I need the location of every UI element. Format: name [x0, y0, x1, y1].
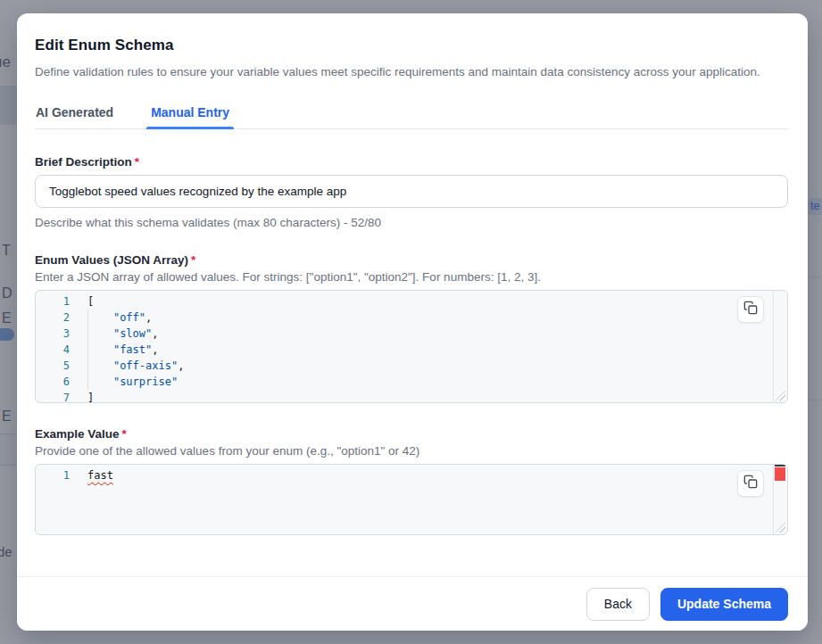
enum-values-code-editor[interactable]: 1[2 "off",3 "slow",4 "fast",5 "off-axis"… [35, 290, 788, 403]
back-button[interactable]: Back [586, 588, 650, 621]
code-text: ] [87, 390, 94, 403]
overview-ruler [773, 465, 774, 534]
copy-icon [743, 301, 758, 318]
enum-values-label-text: Enum Values (JSON Array) [35, 253, 188, 267]
dialog-footer: Back Update Schema [17, 576, 808, 631]
required-asterisk: * [135, 155, 139, 169]
enum-values-label: Enum Values (JSON Array)* [35, 253, 788, 267]
code-line: 4 "fast", [36, 342, 787, 358]
code-text: [ [87, 293, 94, 310]
brief-description-label: Brief Description* [35, 155, 788, 169]
code-area[interactable]: 1[2 "off",3 "slow",4 "fast",5 "off-axis"… [36, 291, 787, 403]
code-text: "surprise" [87, 374, 178, 390]
overview-ruler-cursor-marker [775, 465, 785, 466]
code-line: 2 "off", [36, 310, 787, 326]
example-value-code-editor[interactable]: 1fast [35, 464, 788, 535]
line-number: 4 [36, 342, 87, 358]
dialog-title: Edit Enum Schema [35, 37, 788, 54]
indent-guide [87, 310, 88, 390]
example-value-label: Example Value* [35, 427, 788, 441]
code-text: "off-axis", [87, 358, 184, 374]
code-area[interactable]: 1fast [36, 465, 787, 483]
tab-manual-entry[interactable]: Manual Entry [150, 105, 230, 128]
code-line: 3 "slow", [36, 326, 787, 342]
edit-enum-schema-dialog: Edit Enum Schema Define validation rules… [17, 13, 808, 631]
overview-ruler [773, 291, 774, 402]
code-text: "slow", [87, 326, 159, 342]
code-text: "off", [87, 310, 152, 326]
code-line: 1[ [36, 293, 787, 310]
copy-button[interactable] [737, 470, 764, 497]
code-text: "fast", [87, 342, 159, 358]
tab-ai-generated[interactable]: AI Generated [35, 105, 114, 128]
required-asterisk: * [122, 427, 127, 441]
line-number: 3 [36, 326, 87, 342]
overview-ruler-error-marker [775, 467, 785, 481]
code-line: 5 "off-axis", [36, 358, 787, 374]
line-number: 7 [36, 390, 87, 403]
required-asterisk: * [191, 253, 195, 267]
dialog-description: Define validation rules to ensure your v… [35, 62, 788, 81]
line-number: 1 [36, 467, 87, 483]
code-line: 1fast [36, 467, 787, 483]
update-schema-button[interactable]: Update Schema [660, 588, 788, 621]
brief-description-label-text: Brief Description [35, 155, 132, 169]
copy-button[interactable] [737, 296, 764, 323]
brief-description-input[interactable] [35, 175, 788, 208]
copy-icon [743, 475, 758, 492]
resize-grip-icon[interactable] [776, 523, 785, 533]
code-line: 7] [36, 390, 787, 403]
code-line: 6 "surprise" [36, 374, 787, 390]
line-number: 1 [36, 293, 87, 310]
tab-bar: AI Generated Manual Entry [35, 105, 788, 129]
code-text: fast [87, 467, 113, 483]
brief-description-helper: Describe what this schema validates (max… [35, 216, 788, 229]
line-number: 2 [36, 310, 87, 326]
line-number: 6 [36, 374, 87, 390]
enum-values-helper: Enter a JSON array of allowed values. Fo… [35, 270, 788, 284]
line-number: 5 [36, 358, 87, 374]
example-value-label-text: Example Value [35, 427, 120, 441]
example-value-helper: Provide one of the allowed values from y… [35, 444, 788, 458]
